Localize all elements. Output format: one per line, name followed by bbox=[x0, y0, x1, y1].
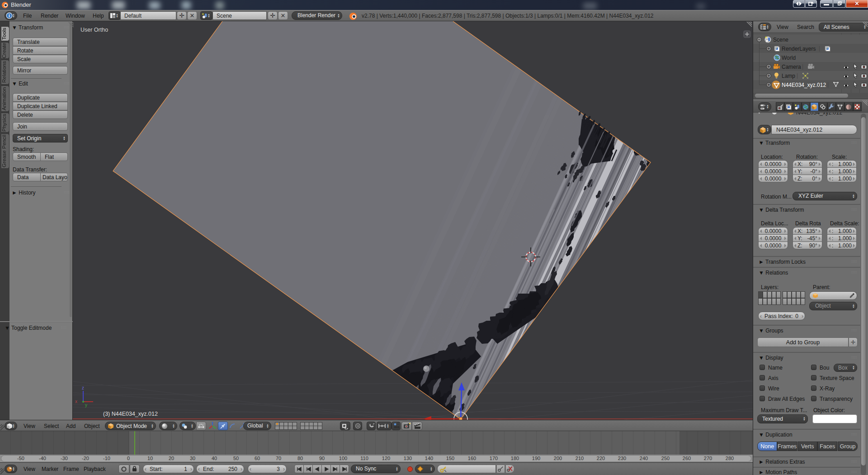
svg-text:User Ortho: User Ortho bbox=[80, 27, 108, 33]
svg-text:i: i bbox=[9, 13, 10, 18]
svg-text:(3) N44E034_xyz.012: (3) N44E034_xyz.012 bbox=[103, 411, 158, 417]
svg-text:y: y bbox=[85, 403, 87, 408]
svg-text:x: x bbox=[75, 399, 77, 404]
svg-text:z: z bbox=[82, 385, 84, 390]
